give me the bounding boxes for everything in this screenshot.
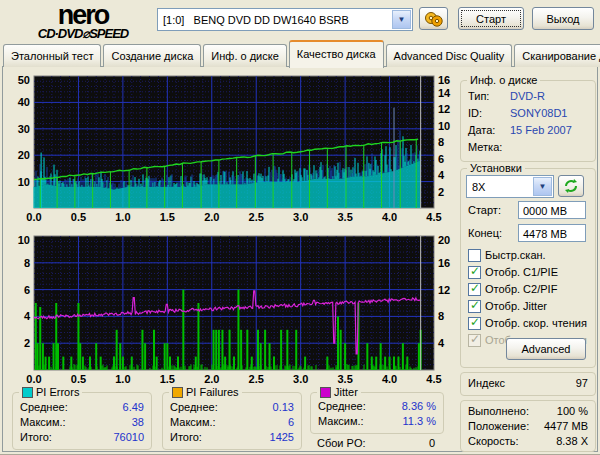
svg-text:3.0: 3.0 xyxy=(293,211,308,223)
progress-done-label: Выполнено: xyxy=(468,405,529,417)
disc-info-title-text: Инф. о диске xyxy=(470,74,537,86)
pif-max-label: Максим.: xyxy=(170,416,216,428)
pi-failures-panel: PI Failures Среднее:0.13 Максим.:6 Итого… xyxy=(162,392,302,450)
pi-errors-legend: PI Errors xyxy=(19,386,82,398)
progress-position-row: Положение:4477 MB xyxy=(468,420,588,432)
chevron-down-icon[interactable]: ▼ xyxy=(533,177,552,196)
svg-text:14: 14 xyxy=(438,87,451,99)
disc-id-value: SONY08D1 xyxy=(510,107,588,119)
checkbox-box[interactable]: ✓ xyxy=(468,300,481,313)
svg-text:2.0: 2.0 xyxy=(204,211,219,223)
svg-text:4: 4 xyxy=(24,310,31,322)
disc-label-label: Метка: xyxy=(468,141,510,153)
svg-text:1.5: 1.5 xyxy=(160,211,175,223)
disc-label-value xyxy=(510,141,588,153)
drive-selector-value: [1:0] BENQ DVD DD DW1640 BSRB xyxy=(158,14,391,26)
refresh-button[interactable] xyxy=(558,175,584,197)
svg-text:1.0: 1.0 xyxy=(115,373,130,385)
svg-text:1.5: 1.5 xyxy=(160,373,175,385)
start-position-label: Старт: xyxy=(468,204,501,216)
svg-text:8: 8 xyxy=(438,136,444,148)
checkbox-label: Отобр. C1/PIE xyxy=(485,266,558,278)
svg-text:40: 40 xyxy=(18,96,30,108)
svg-text:3.0: 3.0 xyxy=(293,373,308,385)
jitter-legend: Jitter xyxy=(317,386,361,398)
progress-position-label: Положение: xyxy=(468,420,529,432)
jitter-title: Jitter xyxy=(334,386,358,398)
scan-speed-dropdown[interactable]: 8X ▼ xyxy=(466,175,554,198)
svg-text:0.0: 0.0 xyxy=(26,373,41,385)
progress-panel: Выполнено:100 % Положение:4477 MB Скорос… xyxy=(460,400,596,452)
disc-date-label: Дата: xyxy=(468,124,510,136)
progress-done-value: 100 % xyxy=(557,405,588,417)
pif-max-row: Максим.:6 xyxy=(170,416,294,428)
exit-button[interactable]: Выход xyxy=(532,7,594,30)
svg-text:10: 10 xyxy=(18,176,30,188)
check-icon: ✓ xyxy=(470,264,480,278)
checkbox-show-c1-pie[interactable]: ✓ Отобр. C1/PIE xyxy=(468,265,558,279)
tab-create-disc[interactable]: Создание диска xyxy=(103,44,201,67)
svg-text:20: 20 xyxy=(18,149,30,161)
pie-color-swatch-icon xyxy=(22,387,33,398)
disc-type-label: Тип: xyxy=(468,90,510,102)
pi-errors-panel: PI Errors Среднее:6.49 Максим.:38 Итого:… xyxy=(12,392,152,450)
checkbox-box[interactable]: ✓ xyxy=(468,283,481,296)
svg-text:3.5: 3.5 xyxy=(337,373,352,385)
advanced-button-label: Advanced xyxy=(522,343,571,355)
progress-speed-value: 8.38 X xyxy=(556,435,588,447)
svg-text:30: 30 xyxy=(18,123,30,135)
pif-color-swatch-icon xyxy=(172,387,183,398)
pie-max-label: Максим.: xyxy=(20,416,66,428)
progress-position-value: 4477 MB xyxy=(544,420,588,432)
tab-disc-quality[interactable]: Качество диска xyxy=(289,40,384,68)
checkbox-box[interactable]: ✓ xyxy=(468,249,481,262)
advanced-button[interactable]: Advanced xyxy=(506,338,586,360)
tab-benchmark[interactable]: Эталонный тест xyxy=(3,44,101,67)
jitter-max-value: 11.3 % xyxy=(403,415,436,427)
checkbox-box[interactable]: ✓ xyxy=(468,317,481,330)
pi-failures-legend: PI Failures xyxy=(169,386,242,398)
checkbox-show-c2-pif[interactable]: ✓ Отобр. C2/PIF xyxy=(468,282,557,296)
checkbox-box[interactable]: ✓ xyxy=(468,266,481,279)
svg-text:4.0: 4.0 xyxy=(382,373,397,385)
end-position-field[interactable]: 4478 MB xyxy=(518,224,586,242)
pif-total-row: Итого:1425 xyxy=(170,431,294,443)
tab-advanced-disc-quality[interactable]: Advanced Disc Quality xyxy=(386,44,513,67)
checkbox-show-jitter[interactable]: ✓ Отобр. Jitter xyxy=(468,299,547,313)
pie-total-label: Итого: xyxy=(20,431,52,443)
tab-scan-disc[interactable]: Сканирование диска xyxy=(514,44,600,67)
checkbox-fast-scan[interactable]: ✓ Быстр.скан. xyxy=(468,248,546,262)
svg-text:2.0: 2.0 xyxy=(204,373,219,385)
checkbox-label: Отобр. Jitter xyxy=(485,300,547,312)
pif-avg-label: Среднее: xyxy=(170,401,218,413)
checkbox-box: ✓ xyxy=(468,334,481,347)
settings-title: Установки xyxy=(467,162,525,174)
progress-speed-row: Скорость:8.38 X xyxy=(468,435,588,447)
progress-done-row: Выполнено:100 % xyxy=(468,405,588,417)
check-icon: ✓ xyxy=(470,298,480,312)
svg-text:20: 20 xyxy=(438,234,450,246)
disc-date-row: Дата:15 Feb 2007 xyxy=(468,124,588,136)
start-position-field[interactable]: 0000 MB xyxy=(518,201,586,219)
po-failures-value: 0 xyxy=(429,437,435,449)
jitter-avg-row: Среднее:8.36 % xyxy=(318,400,436,412)
pie-avg-label: Среднее: xyxy=(20,401,68,413)
pif-avg-value: 0.13 xyxy=(273,401,294,413)
jitter-color-swatch-icon xyxy=(320,387,331,398)
svg-text:4: 4 xyxy=(438,169,445,181)
tab-disc-info[interactable]: Инф. о диске xyxy=(203,44,286,67)
quality-index-row: Индекс 97 xyxy=(468,377,588,389)
start-button-label: Старт xyxy=(476,13,506,25)
exit-button-label: Выход xyxy=(547,13,580,25)
drive-selector-dropdown[interactable]: [1:0] BENQ DVD DD DW1640 BSRB ▼ xyxy=(157,8,413,31)
start-button[interactable]: Старт xyxy=(458,7,524,30)
checkbox-show-read-speed[interactable]: ✓ Отобр. скор. чтения xyxy=(468,316,587,330)
svg-text:4: 4 xyxy=(438,337,445,349)
disc-info-title: Инф. о диске xyxy=(467,74,540,86)
pif-max-value: 6 xyxy=(288,416,294,428)
disc-eject-button[interactable] xyxy=(419,7,448,30)
svg-text:0.0: 0.0 xyxy=(26,211,41,223)
jitter-avg-label: Среднее: xyxy=(318,400,366,412)
jitter-max-label: Максим.: xyxy=(318,415,364,427)
chevron-down-icon[interactable]: ▼ xyxy=(392,10,411,29)
